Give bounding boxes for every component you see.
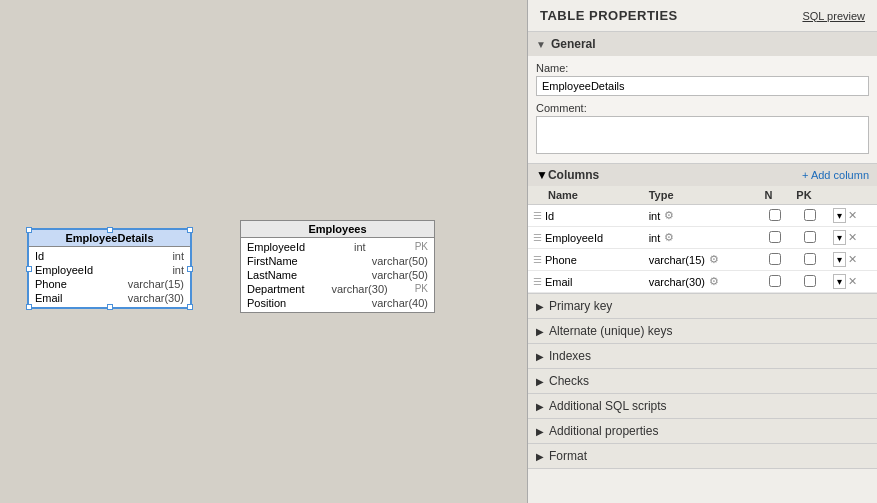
col-type-phone: varchar(15)	[649, 254, 705, 266]
format-label: Format	[549, 449, 587, 463]
drag-handle-icon[interactable]: ☰	[533, 210, 542, 221]
table-row: EmployeeId int	[33, 263, 186, 277]
format-section: ▶ Format	[528, 444, 877, 469]
col-dropdown-id[interactable]: ▾	[833, 208, 846, 223]
col-delete-id[interactable]: ✕	[848, 209, 857, 222]
primary-key-label: Primary key	[549, 299, 612, 313]
sql-preview-button[interactable]: SQL preview	[802, 10, 865, 22]
table-row: Id int	[33, 249, 186, 263]
name-input[interactable]	[536, 76, 869, 96]
col-delete-email[interactable]: ✕	[848, 275, 857, 288]
canvas-area: EmployeeDetails Id int EmployeeId int Ph…	[0, 0, 527, 503]
col-header-actions	[828, 186, 877, 205]
table-row: FirstName varchar(50)	[245, 254, 430, 268]
columns-table-container: Name Type N PK ☰ Id	[528, 186, 877, 293]
col-type-cell-phone: varchar(15) ⚙	[649, 253, 755, 266]
additional-sql-arrow-icon: ▶	[536, 401, 544, 412]
table-row: ☰ Email varchar(30) ⚙	[528, 271, 877, 293]
panel-title: TABLE PROPERTIES	[540, 8, 678, 23]
table-header-employees: Employees	[241, 221, 434, 238]
table-employee-details[interactable]: EmployeeDetails Id int EmployeeId int Ph…	[27, 228, 192, 309]
panel-header: TABLE PROPERTIES SQL preview	[528, 0, 877, 32]
table-row: Email varchar(30)	[33, 291, 186, 305]
col-delete-employeeid[interactable]: ✕	[848, 231, 857, 244]
drag-handle-icon[interactable]: ☰	[533, 254, 542, 265]
additional-sql-label: Additional SQL scripts	[549, 399, 667, 413]
col-name-cell-phone: ☰ Phone	[533, 254, 639, 266]
col-n-checkbox-phone[interactable]	[769, 253, 781, 265]
general-section-header[interactable]: ▼ General	[528, 32, 877, 56]
col-pk-checkbox-email[interactable]	[804, 275, 816, 287]
col-name-cell-email: ☰ Email	[533, 276, 639, 288]
additional-sql-header[interactable]: ▶ Additional SQL scripts	[528, 394, 877, 418]
table-row: Phone varchar(15)	[33, 277, 186, 291]
col-dropdown-phone[interactable]: ▾	[833, 252, 846, 267]
resize-handle-tm[interactable]	[107, 227, 113, 233]
indexes-header[interactable]: ▶ Indexes	[528, 344, 877, 368]
alternate-keys-arrow-icon: ▶	[536, 326, 544, 337]
primary-key-section: ▶ Primary key	[528, 294, 877, 319]
columns-section-label: Columns	[548, 168, 599, 182]
add-column-button[interactable]: + Add column	[802, 169, 869, 181]
primary-key-arrow-icon: ▶	[536, 301, 544, 312]
col-pk-checkbox-id[interactable]	[804, 209, 816, 221]
col-name-phone: Phone	[545, 254, 577, 266]
resize-handle-bl[interactable]	[26, 304, 32, 310]
alternate-keys-header[interactable]: ▶ Alternate (unique) keys	[528, 319, 877, 343]
col-dropdown-employeeid[interactable]: ▾	[833, 230, 846, 245]
format-arrow-icon: ▶	[536, 451, 544, 462]
general-section-content: Name: Comment:	[528, 56, 877, 163]
gear-icon[interactable]: ⚙	[664, 231, 674, 244]
gear-icon[interactable]: ⚙	[664, 209, 674, 222]
col-n-checkbox-email[interactable]	[769, 275, 781, 287]
table-row: EmployeeId int PK	[245, 240, 430, 254]
additional-properties-label: Additional properties	[549, 424, 658, 438]
primary-key-header[interactable]: ▶ Primary key	[528, 294, 877, 318]
checks-header[interactable]: ▶ Checks	[528, 369, 877, 393]
col-name-employeeid: EmployeeId	[545, 232, 603, 244]
indexes-arrow-icon: ▶	[536, 351, 544, 362]
col-type-cell-id: int ⚙	[649, 209, 755, 222]
resize-handle-ml[interactable]	[26, 266, 32, 272]
additional-properties-section: ▶ Additional properties	[528, 419, 877, 444]
col-type-employeeid: int	[649, 232, 661, 244]
table-row: ☰ EmployeeId int ⚙	[528, 227, 877, 249]
col-n-checkbox-employeeid[interactable]	[769, 231, 781, 243]
col-name-cell-id: ☰ Id	[533, 210, 639, 222]
col-type-cell-employeeid: int ⚙	[649, 231, 755, 244]
additional-sql-section: ▶ Additional SQL scripts	[528, 394, 877, 419]
columns-arrow-icon: ▼	[536, 168, 548, 182]
col-dropdown-email[interactable]: ▾	[833, 274, 846, 289]
col-n-checkbox-id[interactable]	[769, 209, 781, 221]
col-header-pk: PK	[791, 186, 828, 205]
general-section: ▼ General Name: Comment:	[528, 32, 877, 164]
col-header-type: Type	[644, 186, 760, 205]
indexes-section: ▶ Indexes	[528, 344, 877, 369]
additional-properties-arrow-icon: ▶	[536, 426, 544, 437]
col-type-id: int	[649, 210, 661, 222]
col-name-cell-employeeid: ☰ EmployeeId	[533, 232, 639, 244]
drag-handle-icon[interactable]: ☰	[533, 276, 542, 287]
additional-properties-header[interactable]: ▶ Additional properties	[528, 419, 877, 443]
table-row: LastName varchar(50)	[245, 268, 430, 282]
indexes-label: Indexes	[549, 349, 591, 363]
table-employees[interactable]: Employees EmployeeId int PK FirstName va…	[240, 220, 435, 313]
columns-section-header[interactable]: ▼ Columns + Add column	[528, 164, 877, 186]
resize-handle-tl[interactable]	[26, 227, 32, 233]
table-row: Department varchar(30) PK	[245, 282, 430, 296]
format-header[interactable]: ▶ Format	[528, 444, 877, 468]
resize-handle-br[interactable]	[187, 304, 193, 310]
col-pk-checkbox-employeeid[interactable]	[804, 231, 816, 243]
resize-handle-bm[interactable]	[107, 304, 113, 310]
col-pk-checkbox-phone[interactable]	[804, 253, 816, 265]
resize-handle-tr[interactable]	[187, 227, 193, 233]
gear-icon[interactable]: ⚙	[709, 275, 719, 288]
col-delete-phone[interactable]: ✕	[848, 253, 857, 266]
gear-icon[interactable]: ⚙	[709, 253, 719, 266]
table-body-employee-details: Id int EmployeeId int Phone varchar(15) …	[29, 247, 190, 307]
resize-handle-mr[interactable]	[187, 266, 193, 272]
col-header-n: N	[760, 186, 792, 205]
comment-textarea[interactable]	[536, 116, 869, 154]
columns-table: Name Type N PK ☰ Id	[528, 186, 877, 293]
drag-handle-icon[interactable]: ☰	[533, 232, 542, 243]
